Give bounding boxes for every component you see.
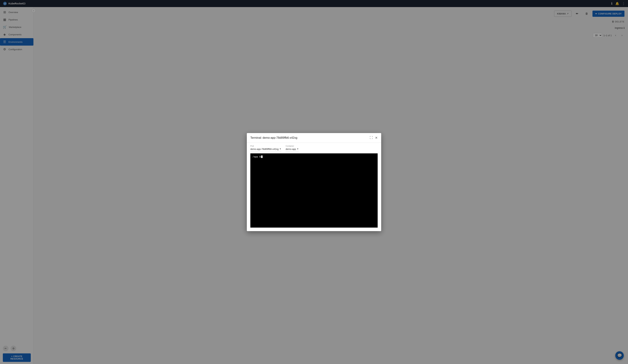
container-value-container: demo-app ▼ xyxy=(286,148,299,151)
pod-field: Pod demo-app-78d89ffb6-x42xg ▼ xyxy=(250,145,281,151)
pod-label: Pod xyxy=(250,145,281,147)
terminal-prompt-line: /app $ xyxy=(252,155,314,158)
modal-overlay: Terminal: demo-app-78d89ffb6-x42xg ⛶ ✕ P… xyxy=(0,0,314,182)
pod-value-container: demo-app-78d89ffb6-x42xg ▼ xyxy=(250,148,281,151)
modal-title: Terminal: demo-app-78d89ffb6-x42xg xyxy=(250,136,297,140)
terminal-prompt-text: /app $ xyxy=(252,155,261,158)
container-field: Container demo-app ▼ xyxy=(286,145,299,151)
modal-header: Terminal: demo-app-78d89ffb6-x42xg ⛶ ✕ xyxy=(247,133,314,143)
pod-value: demo-app-78d89ffb6-x42xg xyxy=(250,148,279,150)
pod-dropdown-icon: ▼ xyxy=(279,148,281,150)
terminal-modal: Terminal: demo-app-78d89ffb6-x42xg ⛶ ✕ P… xyxy=(247,133,314,182)
container-dropdown-icon: ▼ xyxy=(297,148,299,150)
terminal-cursor xyxy=(261,155,263,158)
modal-body: Pod demo-app-78d89ffb6-x42xg ▼ Container… xyxy=(247,143,314,182)
terminal-area[interactable]: /app $ xyxy=(250,153,314,182)
container-label: Container xyxy=(286,145,299,147)
container-value: demo-app xyxy=(286,148,296,150)
modal-fields: Pod demo-app-78d89ffb6-x42xg ▼ Container… xyxy=(250,145,314,151)
